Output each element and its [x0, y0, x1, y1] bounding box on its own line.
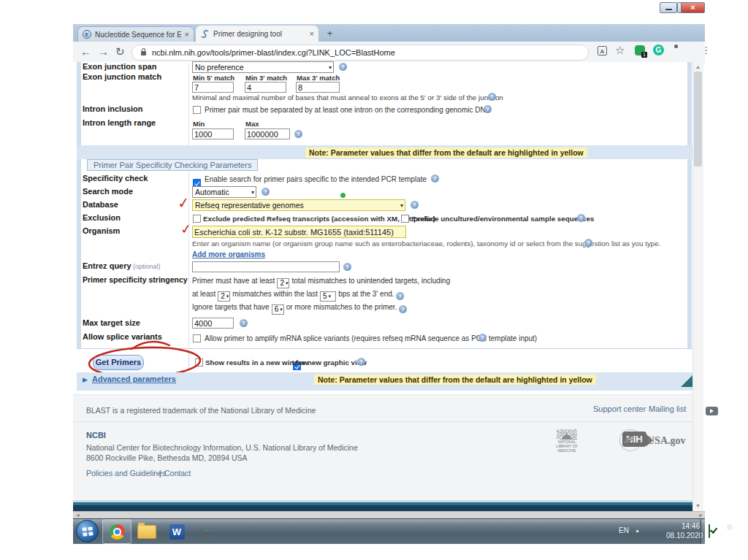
- exon-junction-span-label: Exon junction span: [83, 62, 156, 71]
- stringency-label: Primer specificity stringency: [83, 275, 188, 284]
- grammarly-icon[interactable]: G: [653, 45, 664, 55]
- taskbar-word-button[interactable]: W: [162, 519, 191, 544]
- show-desktop-button[interactable]: [701, 519, 706, 544]
- bps-select[interactable]: 5▾: [320, 291, 336, 302]
- support-center-link[interactable]: Support center: [593, 404, 646, 413]
- taskbar-clock[interactable]: 14:46 08.10.2020: [666, 521, 700, 540]
- nlm-logo[interactable]: NATIONAL LIBRARY OF MEDICINE: [550, 429, 584, 453]
- translate-icon[interactable]: A: [598, 46, 607, 55]
- help-icon[interactable]: ?: [343, 263, 351, 271]
- language-indicator[interactable]: EN: [619, 526, 629, 534]
- taskbar-sync-button[interactable]: → ←: [192, 519, 221, 544]
- help-icon[interactable]: ?: [577, 214, 585, 222]
- tab-nucleotide-sequence[interactable]: E Nucleotide Sequence for EG1234 ×: [77, 26, 194, 42]
- yellow-note: Note: Parameter values that differ from …: [305, 147, 587, 158]
- ignore-targets-select[interactable]: 6▾: [272, 304, 284, 315]
- help-icon[interactable]: ?: [262, 188, 270, 196]
- minimize-button[interactable]: [660, 2, 677, 13]
- bookmark-star-icon[interactable]: ☆: [615, 44, 625, 57]
- forward-icon[interactable]: →: [98, 46, 109, 58]
- exclude-uncultured-text: Exclude uncultured/environmental sample …: [411, 215, 594, 223]
- vertical-scroll-thumb[interactable]: [694, 72, 702, 166]
- yellow-note: Note: Parameter values that differ from …: [314, 375, 596, 385]
- red-checkmark-annotation: ✓: [180, 220, 192, 237]
- mailing-list-link[interactable]: Mailing list: [649, 404, 686, 413]
- scroll-right-icon[interactable]: ►: [698, 513, 703, 518]
- close-window-button[interactable]: ×: [681, 2, 705, 13]
- antivirus-shield-icon[interactable]: [709, 524, 710, 538]
- max-target-size-input[interactable]: 4000: [192, 318, 234, 329]
- intron-inclusion-checkbox[interactable]: [193, 106, 201, 114]
- ecocyc-tab-icon: E: [83, 30, 91, 39]
- scroll-down-icon[interactable]: ▼: [695, 503, 701, 509]
- lock-icon: [141, 51, 146, 55]
- total-mismatch-select[interactable]: 2▾: [277, 278, 289, 288]
- hhs-logo[interactable]: [619, 429, 641, 451]
- ncbi-footer-link[interactable]: NCBI: [86, 431, 106, 440]
- help-icon[interactable]: ?: [584, 239, 592, 247]
- search-mode-select[interactable]: Automatic ▾: [192, 186, 256, 198]
- sync-arrows-icon: → ←: [203, 526, 211, 537]
- min5-match-input[interactable]: 7: [192, 82, 234, 93]
- intron-min-input[interactable]: 1000: [192, 129, 234, 139]
- chevron-down-icon: ▾: [329, 294, 332, 299]
- footer-separator: |: [159, 469, 161, 477]
- tab-primer-designing-tool[interactable]: Primer designing tool ×: [196, 26, 318, 42]
- exon-junction-match-desc: Minimal and maximal number of bases that…: [192, 93, 503, 101]
- exclude-predicted-checkbox[interactable]: [193, 215, 201, 223]
- close-tab-icon[interactable]: ×: [185, 31, 189, 39]
- footer-address-text: 8600 Rockville Pike, Bethesda MD, 20894 …: [86, 453, 248, 462]
- help-icon[interactable]: ?: [240, 319, 248, 327]
- extension-badge-icon[interactable]: 1: [635, 45, 645, 55]
- help-icon[interactable]: ?: [484, 105, 492, 113]
- help-icon[interactable]: ?: [431, 174, 439, 183]
- help-icon[interactable]: ?: [488, 93, 496, 101]
- taskbar-chrome-button[interactable]: [102, 519, 131, 544]
- help-icon[interactable]: ?: [339, 63, 347, 71]
- max3-match-label: Max 3' match: [297, 74, 340, 82]
- advanced-arrow-icon[interactable]: ▶: [83, 376, 88, 383]
- max3-match-input[interactable]: 8: [296, 82, 340, 93]
- start-button[interactable]: [76, 520, 99, 542]
- intron-length-range-label: Intron length range: [83, 118, 156, 127]
- chevron-down-icon: ▾: [329, 64, 332, 71]
- advanced-parameters-link[interactable]: Advanced parameters: [92, 375, 176, 383]
- help-icon[interactable]: ?: [294, 130, 302, 138]
- reload-icon[interactable]: ↻: [115, 46, 125, 58]
- database-select[interactable]: Refseq representative genomes ▾: [192, 199, 405, 211]
- exclude-uncultured-checkbox[interactable]: [401, 215, 409, 223]
- close-tab-icon[interactable]: ×: [310, 30, 314, 38]
- search-mode-label: Search mode: [83, 187, 133, 196]
- organism-input[interactable]: Escherichia coli str. K-12 substr. MG165…: [192, 226, 406, 238]
- help-icon[interactable]: ?: [396, 292, 404, 300]
- usagov-logo[interactable]: USA.gov: [647, 435, 686, 447]
- tray-expand-icon[interactable]: ▲: [635, 528, 640, 533]
- help-icon[interactable]: ?: [399, 305, 407, 313]
- help-icon[interactable]: ?: [478, 334, 486, 342]
- extension-badge-count: 1: [641, 52, 647, 58]
- scroll-left-icon[interactable]: ◄: [75, 513, 80, 518]
- exon-junction-span-select[interactable]: No preference ▾: [192, 61, 334, 73]
- mismatch-3end-select[interactable]: 2▾: [218, 291, 230, 302]
- screenshot-canvas: E Nucleotide Sequence for EG1234 × Prime…: [0, 0, 748, 560]
- help-icon[interactable]: ?: [357, 358, 365, 366]
- add-more-organisms-link[interactable]: Add more organisms: [192, 250, 265, 258]
- youtube-icon[interactable]: [706, 407, 718, 415]
- new-tab-button[interactable]: +: [324, 28, 336, 40]
- back-icon[interactable]: ←: [80, 46, 91, 58]
- address-bar[interactable]: ncbi.nlm.nih.gov/tools/primer-blast/inde…: [131, 45, 589, 61]
- taskbar-explorer-button[interactable]: [132, 519, 161, 544]
- intron-max-input[interactable]: 1000000: [245, 129, 290, 139]
- min3-match-input[interactable]: 4: [245, 82, 286, 93]
- help-icon[interactable]: ?: [411, 201, 419, 209]
- scroll-up-icon[interactable]: ▲: [695, 64, 701, 70]
- entrez-query-input[interactable]: [192, 261, 340, 272]
- entrez-query-label: Entrez query: [83, 261, 131, 270]
- corner-resize-triangle[interactable]: [681, 375, 692, 387]
- policies-link[interactable]: Policies and Guidelines: [86, 469, 166, 477]
- min5-match-label: Min 5' match: [193, 74, 234, 82]
- url-text[interactable]: ncbi.nlm.nih.gov/tools/primer-blast/inde…: [152, 45, 395, 60]
- bps-value: 5: [323, 292, 327, 300]
- contact-link[interactable]: Contact: [164, 469, 191, 477]
- browser-menu-icon[interactable]: ⋮: [701, 45, 711, 55]
